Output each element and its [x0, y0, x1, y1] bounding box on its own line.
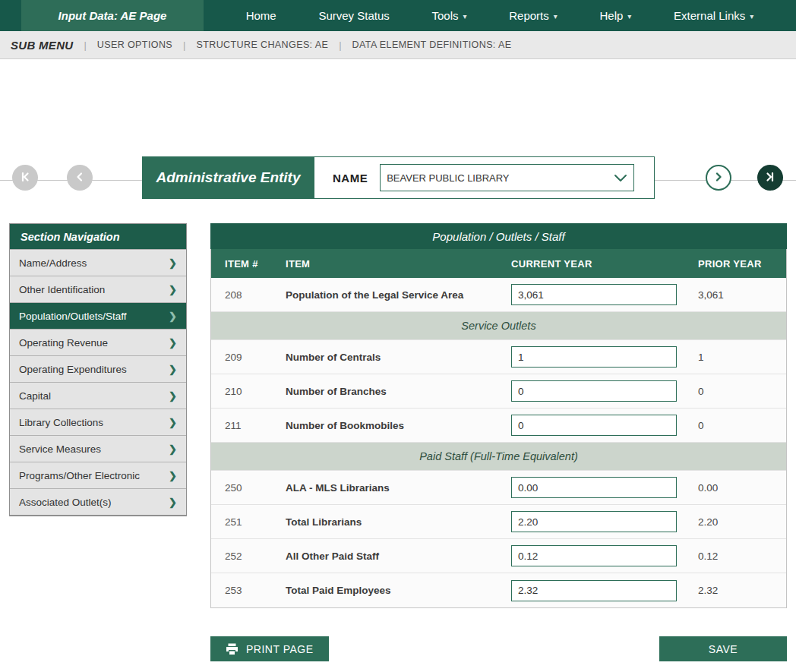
section-navigation-title: Section Navigation	[10, 224, 186, 249]
sidebar-item-operating-expenditures[interactable]: Operating Expenditures❯	[10, 355, 186, 382]
chevron-right-icon: ❯	[169, 390, 177, 402]
item-label: Total Librarians	[286, 516, 511, 528]
sidebar-item-programs-other-electronic[interactable]: Programs/Other Electronic❯	[10, 462, 186, 488]
nav-home[interactable]: Home	[246, 9, 276, 22]
chevron-right-icon: ❯	[169, 337, 177, 349]
section-header-paid-staff: Paid Staff (Full-Time Equivalent)	[211, 443, 786, 471]
nav-reports[interactable]: Reports▾	[509, 9, 558, 22]
chevron-right-icon: ❯	[169, 364, 177, 375]
chevron-right-icon: ❯	[169, 417, 177, 428]
main-content: Section Navigation Name/Address❯ Other I…	[0, 181, 796, 671]
table-row: 252 All Other Paid Staff 0.12	[211, 539, 786, 573]
prior-year-value: 1	[698, 352, 786, 363]
chevron-right-icon: ❯	[169, 470, 177, 481]
current-year-input-252[interactable]	[511, 545, 677, 566]
current-year-input-250[interactable]	[511, 477, 677, 498]
table-row: 208 Population of the Legal Service Area…	[211, 278, 786, 312]
item-label: Number of Branches	[286, 386, 511, 397]
separator: |	[84, 39, 86, 51]
chevron-right-icon: ❯	[169, 284, 177, 295]
panel-title: Population / Outlets / Staff	[210, 223, 787, 249]
caret-down-icon: ▾	[627, 12, 631, 21]
item-number: 209	[211, 352, 286, 363]
prior-year-value: 2.20	[698, 516, 786, 528]
item-label: All Other Paid Staff	[286, 551, 511, 562]
col-current-year: CURRENT YEAR	[511, 258, 698, 270]
item-label: Number of Centrals	[286, 352, 511, 363]
prior-year-value: 0.12	[698, 551, 786, 562]
table-row: 253 Total Paid Employees 2.32	[211, 573, 786, 607]
current-year-input-251[interactable]	[511, 511, 677, 532]
col-item-number: ITEM #	[211, 258, 286, 270]
item-number: 250	[211, 482, 286, 494]
caret-down-icon: ▾	[554, 12, 558, 21]
prior-year-value: 0	[698, 420, 786, 431]
item-label: Number of Bookmobiles	[286, 420, 511, 431]
chevron-right-icon: ❯	[169, 443, 177, 455]
item-number: 211	[211, 420, 286, 431]
submenu-title: SUB MENU	[11, 39, 73, 52]
submenu-data-element-definitions[interactable]: DATA ELEMENT DEFINITIONS: AE	[352, 39, 512, 50]
navbar-items: Home Survey Status Tools▾ Reports▾ Help▾…	[204, 0, 796, 31]
sidebar-item-library-collections[interactable]: Library Collections❯	[10, 409, 186, 435]
caret-down-icon: ▾	[463, 12, 467, 21]
nav-tools[interactable]: Tools▾	[431, 9, 466, 22]
table-row: 209 Number of Centrals 1	[211, 340, 786, 374]
separator: |	[339, 39, 341, 51]
chevron-right-icon: ❯	[169, 311, 177, 322]
item-label: Population of the Legal Service Area	[286, 289, 511, 301]
item-number: 253	[211, 585, 286, 596]
prior-year-value: 0	[698, 386, 786, 397]
nav-survey-status[interactable]: Survey Status	[318, 9, 389, 22]
tab-input-data-ae-page[interactable]: Input Data: AE Page	[21, 0, 204, 31]
table-row: 251 Total Librarians 2.20	[211, 505, 786, 539]
current-year-input-208[interactable]	[511, 284, 677, 305]
table-row: 250 ALA - MLS Librarians 0.00	[211, 471, 786, 505]
table-column-header: ITEM # ITEM CURRENT YEAR PRIOR YEAR	[211, 249, 786, 278]
nav-external-links[interactable]: External Links▾	[674, 9, 753, 22]
entity-selector-section: Administrative Entity NAME BEAVER PUBLIC…	[0, 59, 796, 181]
prior-year-value: 2.32	[698, 585, 786, 596]
sidebar-item-service-measures[interactable]: Service Measures❯	[10, 435, 186, 462]
item-number: 251	[211, 516, 286, 528]
current-year-input-210[interactable]	[511, 380, 677, 402]
submenu-structure-changes[interactable]: STRUCTURE CHANGES: AE	[196, 39, 328, 50]
section-navigation: Section Navigation Name/Address❯ Other I…	[9, 223, 187, 516]
separator: |	[183, 39, 185, 51]
population-outlets-staff-panel: Population / Outlets / Staff ITEM # ITEM…	[210, 223, 787, 608]
current-year-input-253[interactable]	[511, 580, 677, 601]
save-button[interactable]: SAVE	[659, 636, 787, 661]
section-header-service-outlets: Service Outlets	[211, 312, 786, 340]
sidebar-item-name-address[interactable]: Name/Address❯	[10, 249, 186, 276]
item-label: ALA - MLS Librarians	[286, 482, 511, 494]
item-number: 252	[211, 551, 286, 562]
sidebar-item-other-identification[interactable]: Other Identification❯	[10, 276, 186, 302]
nav-help[interactable]: Help▾	[599, 9, 631, 22]
current-year-input-211[interactable]	[511, 415, 677, 436]
top-navbar: Input Data: AE Page Home Survey Status T…	[0, 0, 796, 31]
caret-down-icon: ▾	[750, 12, 753, 21]
col-prior-year: PRIOR YEAR	[698, 258, 786, 270]
prior-year-value: 3,061	[698, 289, 786, 301]
sub-menu-bar: SUB MENU | USER OPTIONS | STRUCTURE CHAN…	[0, 31, 796, 59]
sidebar-item-capital[interactable]: Capital❯	[10, 382, 186, 409]
item-label: Total Paid Employees	[286, 585, 511, 596]
sidebar-item-associated-outlets[interactable]: Associated Outlet(s)❯	[10, 488, 186, 515]
sidebar-item-population-outlets-staff[interactable]: Population/Outlets/Staff❯	[10, 302, 186, 329]
printer-icon	[226, 643, 238, 655]
item-number: 210	[211, 386, 286, 397]
table-row: 211 Number of Bookmobiles 0	[211, 409, 786, 443]
item-number: 208	[211, 289, 286, 301]
chevron-right-icon: ❯	[169, 257, 177, 269]
sidebar-item-operating-revenue[interactable]: Operating Revenue❯	[10, 329, 186, 355]
submenu-user-options[interactable]: USER OPTIONS	[97, 39, 172, 50]
current-year-input-209[interactable]	[511, 346, 677, 368]
print-page-button[interactable]: PRINT PAGE	[210, 636, 329, 661]
chevron-right-icon: ❯	[169, 497, 177, 508]
prior-year-value: 0.00	[698, 482, 786, 494]
col-item: ITEM	[286, 258, 511, 270]
print-page-label: PRINT PAGE	[246, 643, 314, 655]
table-row: 210 Number of Branches 0	[211, 374, 786, 409]
